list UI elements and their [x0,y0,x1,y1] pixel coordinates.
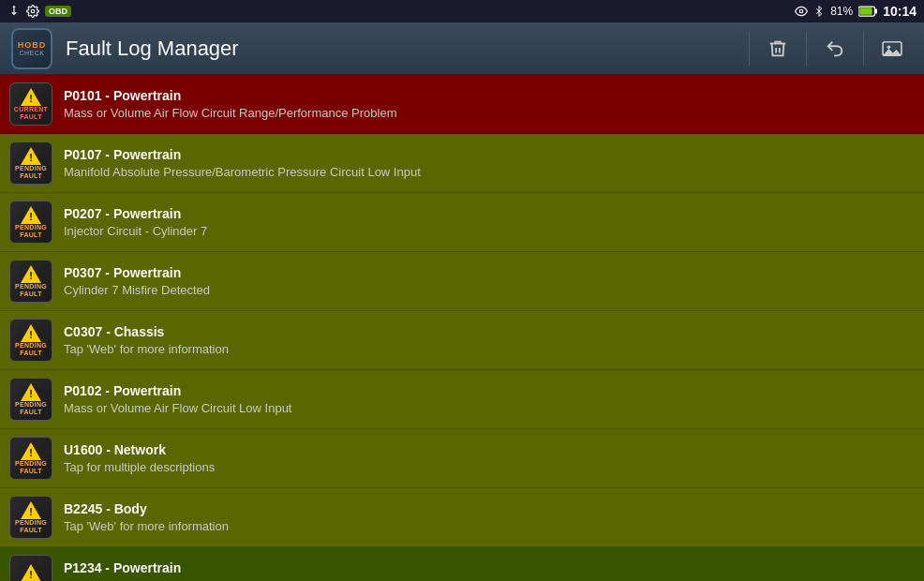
badge-label-line2-8: FAULT [20,527,42,534]
fault-item-6[interactable]: PENDING FAULT P0102 - Powertrain Mass or… [0,370,924,429]
fault-code-2: P0107 - Powertrain [64,147,915,162]
header-divider-3 [863,32,864,66]
fault-desc-2: Manifold Absolute Pressure/Barometric Pr… [64,165,915,179]
status-bar-right: 81% 10:14 [795,4,917,19]
warning-triangle-1 [21,88,41,105]
page-title: Fault Log Manager [66,37,741,61]
badge-label-line2-3: FAULT [20,231,42,239]
fault-badge-8: PENDING FAULT [9,496,52,539]
header-divider-2 [806,32,807,66]
logo-hobd-text: HOBD [18,40,47,50]
fault-info-8: B2245 - Body Tap 'Web' for more informat… [64,501,915,533]
fault-code-6: P0102 - Powertrain [64,383,915,398]
obd-badge: OBD [45,6,71,17]
fault-item-2[interactable]: PENDING FAULT P0107 - Powertrain Manifol… [0,134,924,193]
fault-code-5: C0307 - Chassis [64,324,915,339]
clock: 10:14 [883,4,917,19]
battery-icon [858,6,877,17]
fault-badge-7: PENDING FAULT [9,437,52,480]
svg-point-1 [31,9,35,13]
fault-info-4: P0307 - Powertrain Cylinder 7 Misfire De… [64,265,915,297]
badge-label-line1-5: PENDING [15,342,47,350]
badge-label-line1-4: PENDING [15,283,47,290]
svg-rect-5 [859,7,872,15]
fault-badge-6: PENDING FAULT [9,378,52,421]
badge-label-line2-1: FAULT [20,113,42,121]
badge-label-line1-1: CURRENT [14,106,48,113]
badge-label-line1-7: PENDING [15,460,47,468]
fault-desc-6: Mass or Volume Air Flow Circuit Low Inpu… [64,401,915,415]
image-icon [882,40,902,57]
header-divider [749,32,750,66]
fault-desc-5: Tap 'Web' for more information [64,342,915,356]
badge-label-line1-3: PENDING [15,224,47,231]
fault-badge-2: PENDING FAULT [9,142,52,185]
badge-label-line2-2: FAULT [20,172,42,180]
fault-info-3: P0207 - Powertrain Injector Circuit - Cy… [64,206,915,238]
fault-code-8: B2245 - Body [64,501,915,516]
warning-triangle-8 [21,501,41,518]
fault-code-9: P1234 - Powertrain [64,560,915,575]
fault-item-3[interactable]: PENDING FAULT P0207 - Powertrain Injecto… [0,193,924,252]
fault-badge-3: PENDING FAULT [9,201,52,244]
badge-label-line2-4: FAULT [20,290,42,298]
fault-list: CURRENT FAULT P0101 - Powertrain Mass or… [0,75,924,581]
trash-icon [768,38,788,59]
warning-triangle-3 [21,206,41,223]
warning-triangle-4 [21,265,41,282]
app-header: HOBD CHECK Fault Log Manager [0,22,924,75]
battery-level: 81% [830,5,853,18]
fault-code-7: U1600 - Network [64,442,915,457]
fault-item-1[interactable]: CURRENT FAULT P0101 - Powertrain Mass or… [0,75,924,134]
fault-badge-1: CURRENT FAULT [9,82,52,126]
fault-info-2: P0107 - Powertrain Manifold Absolute Pre… [64,147,915,179]
status-bar: OBD 81% 10:14 [0,0,924,22]
fault-item-7[interactable]: PENDING FAULT U1600 - Network Tap for mu… [0,429,924,488]
fault-badge-5: PENDING FAULT [9,319,52,362]
svg-marker-7 [883,49,902,55]
fault-item-8[interactable]: PENDING FAULT B2245 - Body Tap 'Web' for… [0,488,924,547]
back-icon [824,38,846,59]
badge-label-line2-7: FAULT [20,468,42,475]
fault-item-9[interactable]: HISTORIC P1234 - Powertrain Tap for mult… [0,547,924,581]
fault-code-3: P0207 - Powertrain [64,206,915,221]
fault-desc-8: Tap 'Web' for more information [64,519,915,533]
screenshot-button[interactable] [872,28,913,69]
fault-info-1: P0101 - Powertrain Mass or Volume Air Fl… [64,88,915,120]
fault-desc-4: Cylinder 7 Misfire Detected [64,283,915,297]
app-logo: HOBD CHECK [11,28,52,69]
warning-triangle-5 [21,324,41,341]
usb-icon [7,5,21,18]
fault-code-1: P0101 - Powertrain [64,88,915,103]
fault-desc-1: Mass or Volume Air Flow Circuit Range/Pe… [64,106,915,120]
eye-icon [795,5,808,18]
badge-label-line1-6: PENDING [15,401,47,409]
fault-item-4[interactable]: PENDING FAULT P0307 - Powertrain Cylinde… [0,252,924,311]
fault-desc-3: Injector Circuit - Cylinder 7 [64,224,915,238]
svg-point-2 [799,9,803,13]
fault-badge-4: PENDING FAULT [9,260,52,303]
warning-triangle-9 [21,564,41,581]
svg-rect-4 [875,9,878,14]
settings-icon [26,5,39,18]
delete-button[interactable] [757,28,798,69]
fault-item-5[interactable]: PENDING FAULT C0307 - Chassis Tap 'Web' … [0,311,924,370]
fault-desc-7: Tap for multiple descriptions [64,460,915,474]
bluetooth-icon [813,5,825,18]
badge-label-line2-6: FAULT [20,409,42,416]
badge-label-line1-8: PENDING [15,519,47,527]
badge-label-line1-2: PENDING [15,165,47,172]
svg-point-8 [887,45,891,49]
fault-info-6: P0102 - Powertrain Mass or Volume Air Fl… [64,383,915,415]
warning-triangle-6 [21,383,41,400]
badge-label-line2-5: FAULT [20,350,42,357]
fault-badge-9: HISTORIC [9,555,52,581]
fault-info-5: C0307 - Chassis Tap 'Web' for more infor… [64,324,915,356]
fault-info-7: U1600 - Network Tap for multiple descrip… [64,442,915,474]
status-bar-left: OBD [7,5,71,18]
fault-code-4: P0307 - Powertrain [64,265,915,280]
svg-point-0 [13,6,15,7]
warning-triangle-2 [21,147,41,164]
back-button[interactable] [814,28,856,69]
fault-info-9: P1234 - Powertrain Tap for multiple desc… [64,560,915,581]
